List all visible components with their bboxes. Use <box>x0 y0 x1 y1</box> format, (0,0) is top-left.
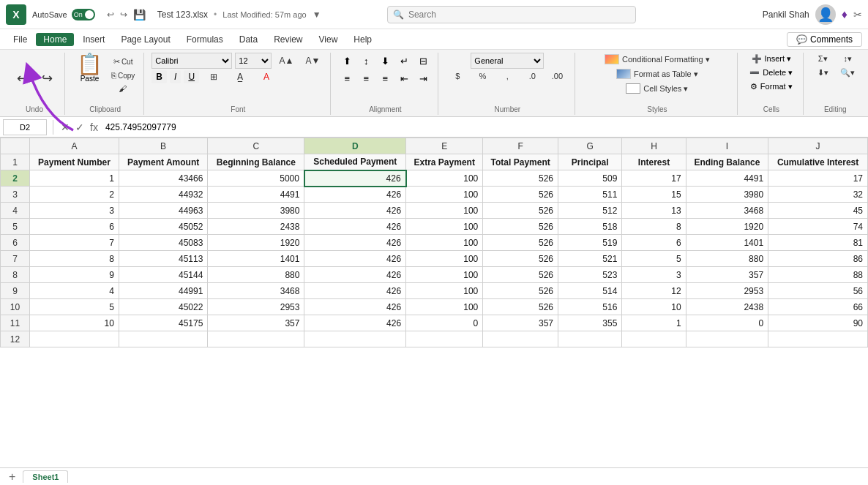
italic-button[interactable]: I <box>170 70 181 83</box>
cell-H8[interactable]: 3 <box>622 267 686 283</box>
cell-D6[interactable]: 426 <box>304 235 406 251</box>
cell-reference-input[interactable] <box>3 119 47 135</box>
cell-F2[interactable]: 526 <box>483 170 558 187</box>
format-cells-button[interactable]: ⚙ Format ▾ <box>746 80 797 93</box>
cell-H2[interactable]: 17 <box>622 170 686 187</box>
cell-B12[interactable] <box>119 331 207 347</box>
cell-I1[interactable]: Ending Balance <box>686 154 768 170</box>
cell-I2[interactable]: 4491 <box>686 170 768 187</box>
cell-H9[interactable]: 12 <box>622 283 686 299</box>
cell-E12[interactable] <box>406 331 483 347</box>
align-bottom-button[interactable]: ⬇ <box>376 53 394 69</box>
confirm-formula-icon[interactable]: ✓ <box>74 121 86 133</box>
cell-F11[interactable]: 357 <box>483 315 558 331</box>
formula-input[interactable] <box>102 119 865 135</box>
cell-B1[interactable]: Payment Amount <box>119 154 207 170</box>
cell-E2[interactable]: 100 <box>406 170 483 187</box>
cell-B7[interactable]: 45113 <box>119 251 207 267</box>
cell-A7[interactable]: 8 <box>30 251 119 267</box>
menu-file[interactable]: File <box>6 33 34 46</box>
menu-formulas[interactable]: Formulas <box>179 33 231 46</box>
cell-A4[interactable]: 3 <box>30 203 119 219</box>
cell-J3[interactable]: 32 <box>768 187 868 203</box>
cell-J4[interactable]: 45 <box>768 203 868 219</box>
cell-E8[interactable]: 100 <box>406 267 483 283</box>
col-header-I[interactable]: I <box>686 138 768 154</box>
col-header-E[interactable]: E <box>406 138 483 154</box>
cell-F4[interactable]: 526 <box>483 203 558 219</box>
align-top-button[interactable]: ⬆ <box>338 53 356 69</box>
font-color-button[interactable]: A <box>255 70 278 83</box>
cell-B5[interactable]: 45052 <box>119 219 207 235</box>
cell-B11[interactable]: 45175 <box>119 315 207 331</box>
cell-G6[interactable]: 519 <box>558 235 622 251</box>
cell-A3[interactable]: 2 <box>30 187 119 203</box>
col-header-C[interactable]: C <box>208 138 304 154</box>
cell-A6[interactable]: 7 <box>30 235 119 251</box>
align-left-button[interactable]: ≡ <box>338 70 356 86</box>
col-header-G[interactable]: G <box>558 138 622 154</box>
cell-G4[interactable]: 512 <box>558 203 622 219</box>
cell-E10[interactable]: 100 <box>406 299 483 315</box>
col-header-A[interactable]: A <box>30 138 119 154</box>
cell-D9[interactable]: 426 <box>304 283 406 299</box>
cell-A10[interactable]: 5 <box>30 299 119 315</box>
cell-B9[interactable]: 44991 <box>119 283 207 299</box>
cut-button[interactable]: ✂Cut <box>108 56 138 68</box>
cell-D5[interactable]: 426 <box>304 219 406 235</box>
cell-I5[interactable]: 1920 <box>686 219 768 235</box>
cell-E9[interactable]: 100 <box>406 283 483 299</box>
menu-view[interactable]: View <box>312 33 345 46</box>
cell-I11[interactable]: 0 <box>686 315 768 331</box>
cell-C1[interactable]: Beginning Balance <box>208 154 304 170</box>
cell-H10[interactable]: 10 <box>622 299 686 315</box>
col-header-H[interactable]: H <box>622 138 686 154</box>
cell-E7[interactable]: 100 <box>406 251 483 267</box>
decrease-indent-button[interactable]: ⇤ <box>395 70 413 86</box>
insert-function-icon[interactable]: fx <box>89 121 100 133</box>
cell-I9[interactable]: 2953 <box>686 283 768 299</box>
cell-H7[interactable]: 5 <box>622 251 686 267</box>
redo-button[interactable]: ↪ <box>35 70 59 86</box>
font-size-select[interactable]: 12 <box>235 53 272 69</box>
underline-button[interactable]: U <box>184 70 199 83</box>
cell-I12[interactable] <box>686 331 768 347</box>
cell-D4[interactable]: 426 <box>304 203 406 219</box>
wrap-text-button[interactable]: ↵ <box>395 53 413 69</box>
col-header-D[interactable]: D <box>304 138 406 154</box>
comma-button[interactable]: , <box>495 70 519 82</box>
cell-F9[interactable]: 526 <box>483 283 558 299</box>
menu-help[interactable]: Help <box>346 33 379 46</box>
sheet-area[interactable]: A B C D E F G H I J 1 <box>0 138 868 467</box>
cell-H6[interactable]: 6 <box>622 235 686 251</box>
cell-A2[interactable]: 1 <box>30 170 119 187</box>
increase-indent-button[interactable]: ⇥ <box>414 70 432 86</box>
cell-B8[interactable]: 45144 <box>119 267 207 283</box>
search-input[interactable] <box>387 6 636 23</box>
cell-C8[interactable]: 880 <box>208 267 304 283</box>
cell-E6[interactable]: 100 <box>406 235 483 251</box>
col-header-F[interactable]: F <box>483 138 558 154</box>
undo-button[interactable]: ↩ <box>10 70 34 86</box>
cell-A11[interactable]: 10 <box>30 315 119 331</box>
decrease-decimal-button[interactable]: .0 <box>520 70 544 82</box>
find-select-button[interactable]: 🔍▾ <box>836 67 859 79</box>
col-header-J[interactable]: J <box>768 138 868 154</box>
cell-D7[interactable]: 426 <box>304 251 406 267</box>
cell-J11[interactable]: 90 <box>768 315 868 331</box>
font-family-select[interactable]: Calibri <box>151 53 232 69</box>
cell-J5[interactable]: 74 <box>768 219 868 235</box>
cell-B10[interactable]: 45022 <box>119 299 207 315</box>
comments-button[interactable]: 💬 Comments <box>787 32 862 47</box>
cell-D12[interactable] <box>304 331 406 347</box>
menu-data[interactable]: Data <box>232 33 265 46</box>
delete-cells-button[interactable]: ➖ Delete ▾ <box>745 67 797 79</box>
cell-I10[interactable]: 2438 <box>686 299 768 315</box>
cell-J10[interactable]: 66 <box>768 299 868 315</box>
cell-G12[interactable] <box>558 331 622 347</box>
cell-A9[interactable]: 4 <box>30 283 119 299</box>
col-header-B[interactable]: B <box>119 138 207 154</box>
cell-I4[interactable]: 3468 <box>686 203 768 219</box>
undo-icon[interactable]: ↩ <box>107 10 114 20</box>
cell-C6[interactable]: 1920 <box>208 235 304 251</box>
